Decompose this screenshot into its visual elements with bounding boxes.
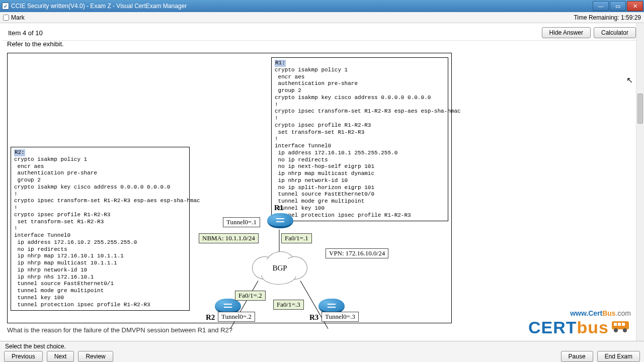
- svg-rect-2: [618, 323, 621, 326]
- item-count: Item 4 of 10: [8, 29, 539, 37]
- vertical-scrollbar[interactable]: [636, 23, 644, 341]
- router-r1-icon: [267, 213, 293, 228]
- label-fa01-3: Fa0/1=.3: [273, 300, 304, 310]
- question-intro: Refer to the exhibit.: [7, 40, 637, 48]
- certbus-logo: www.CertBus.com CERTbus: [528, 309, 631, 336]
- r2-body: crypto isakmp policy 1 encr aes authenti…: [14, 156, 200, 308]
- scrollbar-thumb[interactable]: [637, 94, 643, 124]
- hide-answer-button[interactable]: Hide Answer: [542, 27, 591, 38]
- pause-button[interactable]: Pause: [561, 351, 593, 362]
- window-title: CCIE Security written(V4.0) - Exam Z - V…: [11, 3, 593, 10]
- label-tunnel0-3: Tunnel0=.3: [321, 312, 359, 322]
- footer-buttons: Previous Next Review Pause End Exam: [0, 350, 644, 362]
- router-r1-label: R1: [274, 203, 283, 213]
- next-button[interactable]: Next: [47, 351, 74, 362]
- window-buttons: — ▭ ✕: [593, 0, 644, 12]
- svg-rect-1: [614, 323, 617, 326]
- time-remaining: Time Remaining: 1:59:29: [574, 14, 641, 21]
- maximize-button[interactable]: ▭: [610, 1, 626, 11]
- bus-icon: [611, 318, 631, 336]
- exhibit-box: R1: crypto isakmp policy 1 encr aes auth…: [7, 53, 452, 323]
- bgp-cloud: BGP: [252, 249, 307, 285]
- previous-button[interactable]: Previous: [4, 351, 43, 362]
- content-area: Refer to the exhibit. R1: crypto isakmp …: [0, 38, 644, 341]
- svg-point-4: [614, 328, 618, 332]
- r2-config: R2: crypto isakmp policy 1 encr aes auth…: [11, 147, 190, 311]
- label-vpn: VPN: 172.16.10.0/24: [326, 248, 388, 258]
- top-toolbar: Mark Time Remaining: 1:59:29: [0, 12, 644, 23]
- window-titlebar: ✓ CCIE Security written(V4.0) - Exam Z -…: [0, 0, 644, 12]
- label-tunnel0-2: Tunnel0=.2: [218, 312, 255, 322]
- r1-body: crypto isakmp policy 1 encr aes authenti…: [275, 67, 461, 218]
- mark-checkbox-wrap[interactable]: Mark: [3, 14, 574, 21]
- calculator-button[interactable]: Calculator: [594, 27, 636, 38]
- minimize-button[interactable]: —: [593, 1, 609, 11]
- router-r3-label: R3: [309, 313, 318, 322]
- label-tunnel0-1: Tunnel0=.1: [223, 217, 260, 227]
- close-button[interactable]: ✕: [627, 1, 643, 11]
- label-fa01-2: Fa0/1=.2: [235, 291, 266, 301]
- mark-label: Mark: [11, 14, 25, 21]
- end-exam-button[interactable]: End Exam: [597, 351, 640, 362]
- r1-config: R1: crypto isakmp policy 1 encr aes auth…: [271, 57, 448, 221]
- label-nbma: NBMA: 10.1.1.0/24: [199, 233, 259, 243]
- r2-header: R2:: [14, 149, 25, 156]
- label-fa01-1: Fa0/1=.1: [281, 233, 312, 243]
- svg-rect-3: [622, 323, 625, 326]
- mark-checkbox[interactable]: [3, 15, 9, 21]
- cloud-label: BGP: [252, 263, 307, 273]
- review-button[interactable]: Review: [78, 351, 113, 362]
- svg-point-5: [623, 328, 627, 332]
- app-icon: ✓: [2, 3, 9, 10]
- logo-url: www.CertBus.com: [528, 309, 631, 317]
- footer-instruction: Select the best choice.: [0, 341, 644, 350]
- logo-big: CERTbus: [528, 318, 631, 336]
- r1-header: R1:: [275, 60, 286, 67]
- footer-bar: Select the best choice. Previous Next Re…: [0, 341, 644, 362]
- router-r2-label: R2: [206, 313, 215, 322]
